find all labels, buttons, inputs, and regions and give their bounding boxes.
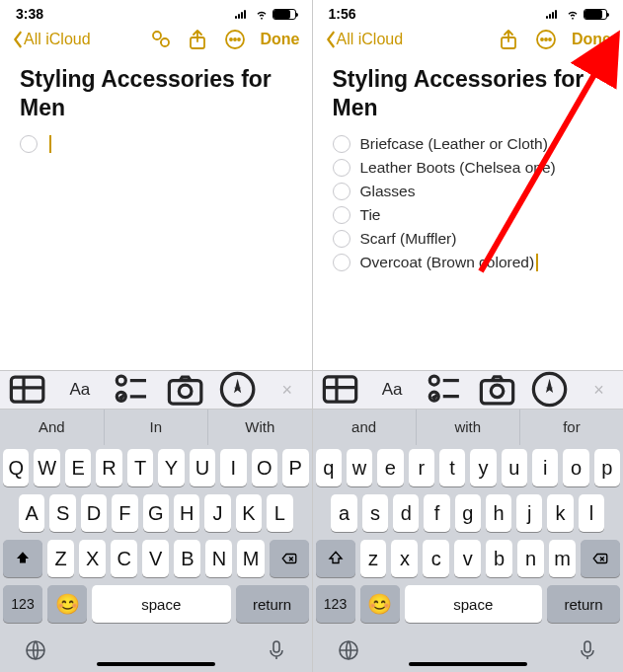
checklist[interactable]: Briefcase (Leather or Cloth)Leather Boot… <box>333 132 604 275</box>
key-c[interactable]: C <box>111 540 137 577</box>
backspace-key[interactable] <box>581 540 620 577</box>
note-title[interactable]: Styling Accessories for Men <box>333 65 604 122</box>
key-g[interactable]: G <box>143 494 169 532</box>
list-item[interactable]: Overcoat (Brown colored) <box>333 251 604 275</box>
key-v[interactable]: v <box>454 540 481 577</box>
key-d[interactable]: D <box>81 494 107 532</box>
camera-icon[interactable] <box>164 374 206 406</box>
suggestion[interactable]: with <box>417 410 520 445</box>
more-icon[interactable] <box>223 28 247 51</box>
item-text[interactable]: Overcoat (Brown colored) <box>360 254 538 272</box>
camera-icon[interactable] <box>476 374 518 406</box>
globe-icon[interactable] <box>337 638 360 662</box>
home-indicator[interactable] <box>97 662 215 666</box>
key-j[interactable]: J <box>204 494 230 532</box>
text-format-button[interactable]: Aa <box>371 374 414 406</box>
checklist-icon[interactable] <box>424 374 466 406</box>
emoji-key[interactable]: 😊 <box>47 585 87 623</box>
table-icon[interactable] <box>6 374 48 406</box>
back-button[interactable]: All iCloud <box>325 31 404 48</box>
item-text[interactable]: Briefcase (Leather or Cloth) <box>360 135 548 153</box>
shift-key[interactable] <box>316 540 355 577</box>
backspace-key[interactable] <box>270 540 309 577</box>
key-t[interactable]: t <box>439 449 465 486</box>
list-item[interactable]: Scarf (Muffler) <box>333 227 604 251</box>
key-p[interactable]: p <box>594 449 620 486</box>
mic-icon[interactable] <box>576 638 599 662</box>
key-o[interactable]: O <box>252 449 277 486</box>
key-v[interactable]: V <box>142 540 169 577</box>
key-n[interactable]: n <box>517 540 544 577</box>
numbers-key[interactable]: 123 <box>3 585 42 623</box>
key-p[interactable]: P <box>282 449 308 486</box>
checklist[interactable] <box>20 132 292 156</box>
done-button[interactable]: Done <box>261 31 300 48</box>
key-u[interactable]: u <box>502 449 527 486</box>
key-m[interactable]: M <box>237 540 264 577</box>
home-indicator[interactable] <box>409 662 527 666</box>
done-button[interactable]: Done <box>572 31 611 48</box>
emoji-key[interactable]: 😊 <box>360 585 400 623</box>
list-item[interactable]: Glasses <box>333 180 604 203</box>
key-n[interactable]: N <box>205 540 232 577</box>
key-u[interactable]: U <box>190 449 215 486</box>
key-k[interactable]: k <box>547 494 573 532</box>
item-text[interactable]: Scarf (Muffler) <box>360 230 457 248</box>
note-content[interactable]: Styling Accessories for Men Briefcase (L… <box>313 57 624 370</box>
return-key[interactable]: return <box>236 585 309 623</box>
note-title[interactable]: Styling Accessories for Men <box>20 65 292 122</box>
key-x[interactable]: x <box>391 540 418 577</box>
collab-icon[interactable] <box>148 28 172 51</box>
list-item[interactable] <box>20 132 292 156</box>
checklist-icon[interactable] <box>111 374 153 406</box>
suggestion[interactable]: for <box>520 410 623 445</box>
key-a[interactable]: A <box>19 494 44 532</box>
key-e[interactable]: E <box>65 449 91 486</box>
back-button[interactable]: All iCloud <box>12 31 91 48</box>
list-item[interactable]: Tie <box>333 203 604 227</box>
table-icon[interactable] <box>319 374 361 406</box>
key-z[interactable]: z <box>360 540 387 577</box>
shift-key[interactable] <box>3 540 42 577</box>
radio-icon[interactable] <box>20 135 38 153</box>
key-m[interactable]: m <box>549 540 576 577</box>
close-accessory-button[interactable]: × <box>581 380 617 401</box>
key-w[interactable]: W <box>34 449 59 486</box>
space-key[interactable]: space <box>405 585 543 623</box>
key-r[interactable]: r <box>409 449 434 486</box>
key-t[interactable]: T <box>127 449 153 486</box>
space-key[interactable]: space <box>92 585 231 623</box>
suggestion[interactable]: and <box>313 410 417 445</box>
key-y[interactable]: y <box>470 449 496 486</box>
globe-icon[interactable] <box>24 638 47 662</box>
key-e[interactable]: e <box>377 449 403 486</box>
radio-icon[interactable] <box>333 230 350 248</box>
item-text[interactable]: Tie <box>360 206 381 224</box>
key-z[interactable]: Z <box>47 540 74 577</box>
key-b[interactable]: B <box>174 540 200 577</box>
key-k[interactable]: K <box>236 494 262 532</box>
item-text[interactable]: Glasses <box>360 183 416 200</box>
key-j[interactable]: j <box>516 494 542 532</box>
markup-icon[interactable] <box>216 374 259 406</box>
key-l[interactable]: l <box>579 494 604 532</box>
note-content[interactable]: Styling Accessories for Men <box>0 57 312 370</box>
suggestion[interactable]: With <box>208 410 312 445</box>
mic-icon[interactable] <box>265 638 288 662</box>
share-icon[interactable] <box>186 28 209 51</box>
radio-icon[interactable] <box>333 183 350 200</box>
key-o[interactable]: o <box>563 449 588 486</box>
key-f[interactable]: f <box>424 494 449 532</box>
radio-icon[interactable] <box>333 135 350 153</box>
key-s[interactable]: s <box>362 494 388 532</box>
markup-icon[interactable] <box>528 374 571 406</box>
suggestion[interactable]: And <box>0 410 105 445</box>
key-q[interactable]: Q <box>3 449 29 486</box>
key-g[interactable]: g <box>455 494 481 532</box>
key-h[interactable]: h <box>486 494 511 532</box>
share-icon[interactable] <box>497 28 520 51</box>
key-d[interactable]: d <box>393 494 419 532</box>
radio-icon[interactable] <box>333 159 350 177</box>
radio-icon[interactable] <box>333 206 350 224</box>
key-w[interactable]: w <box>347 449 372 486</box>
